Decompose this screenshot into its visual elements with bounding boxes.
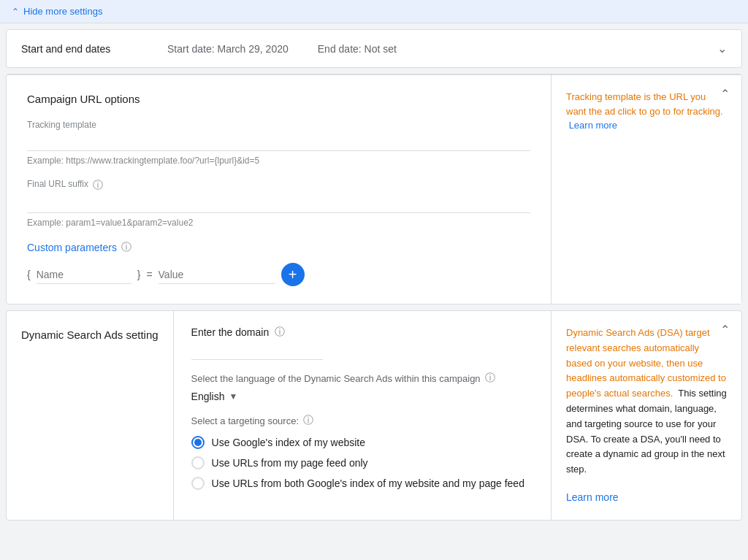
dsa-domain-row: Enter the domain ⓘ [191,326,533,339]
url-sidebar-text: Tracking template is the URL you want th… [566,91,723,131]
dsa-sidebar-text2: This setting determines what domain, lan… [566,388,727,475]
tracking-template-label: Tracking template [27,120,530,130]
dsa-lang-select[interactable]: English ▼ [191,391,533,402]
radio-btn-0[interactable] [191,436,205,449]
dsa-section: Dynamic Search Ads setting Enter the dom… [6,310,742,521]
close-brace: } [137,269,141,280]
dsa-lang-label: Select the language of the Dynamic Searc… [191,372,533,385]
add-param-button[interactable]: + [281,263,305,286]
open-brace: { [27,269,31,280]
dates-info: Start date: March 29, 2020 End date: Not… [167,43,688,55]
dates-section: Start and end dates Start date: March 29… [6,29,742,68]
radio-label-1: Use URLs from my page feed only [212,457,368,469]
radio-label-0: Use Google's index of my website [212,437,365,448]
final-url-suffix-label: Final URL suffix [27,179,88,189]
dsa-lang-help-icon[interactable]: ⓘ [485,372,495,385]
radio-option-0[interactable]: Use Google's index of my website [191,436,533,449]
radio-btn-2[interactable] [191,477,205,490]
custom-params-help-icon[interactable]: ⓘ [121,241,131,254]
custom-params-label: Custom parameters ⓘ [27,241,530,254]
custom-params-row: { } = + [27,263,530,286]
targeting-source-help-icon[interactable]: ⓘ [303,414,313,427]
dates-collapse-icon[interactable]: ⌄ [717,42,727,55]
tracking-template-example: Example: https://www.trackingtemplate.fo… [27,156,530,166]
campaign-url-content: Campaign URL options Tracking template E… [7,74,741,304]
param-value-input[interactable] [159,266,275,284]
radio-option-1[interactable]: Use URLs from my page feed only [191,456,533,469]
dsa-content: Dynamic Search Ads setting Enter the dom… [7,311,741,520]
tracking-template-input[interactable] [27,133,530,151]
radio-inner-0 [194,439,202,446]
dsa-domain-input[interactable] [191,342,323,360]
dsa-sidebar-text1: Dynamic Search Ads (DSA) target relevant… [566,326,727,477]
radio-option-2[interactable]: Use URLs from both Google's index of my … [191,477,533,490]
hide-settings-link[interactable]: Hide more settings [23,6,102,17]
final-url-suffix-example: Example: param1=value1&param2=value2 [27,218,530,228]
chevron-up-icon: ⌃ [12,7,19,17]
final-url-help-icon[interactable]: ⓘ [93,179,103,192]
radio-label-2: Use URLs from both Google's index of my … [212,477,524,489]
campaign-url-section: Campaign URL options Tracking template E… [6,74,742,304]
targeting-source-label: Select a targeting source: ⓘ [191,414,533,427]
final-url-suffix-input[interactable] [27,195,530,213]
dsa-section-title: Dynamic Search Ads setting [21,329,159,341]
radio-btn-1[interactable] [191,456,205,469]
start-date-display: Start date: March 29, 2020 [167,43,289,55]
url-section-collapse-button[interactable]: ⌃ [720,87,730,101]
dsa-label-col: Dynamic Search Ads setting [7,311,174,520]
end-date-display: End date: Not set [318,43,397,55]
campaign-url-main: Campaign URL options Tracking template E… [7,75,552,304]
param-name-input[interactable] [37,266,131,284]
url-sidebar-learn-more-link[interactable]: Learn more [569,120,617,131]
dsa-main: Enter the domain ⓘ Select the language o… [174,311,552,520]
dsa-sidebar-learn-more-link[interactable]: Learn more [566,489,727,505]
final-url-suffix-row: Final URL suffix ⓘ [27,179,530,192]
param-equals: = [146,269,152,280]
campaign-url-sidebar: ⌃ Tracking template is the URL you want … [552,75,741,304]
dsa-domain-help-icon[interactable]: ⓘ [275,326,285,339]
dsa-lang-value: English [191,391,225,402]
dates-section-label: Start and end dates [21,43,138,55]
hide-settings-bar[interactable]: ⌃ Hide more settings [0,0,748,23]
dates-row: Start and end dates Start date: March 29… [7,30,741,67]
campaign-url-title: Campaign URL options [27,93,530,105]
dsa-domain-label: Enter the domain [191,326,270,338]
dsa-sidebar-collapse-button[interactable]: ⌃ [720,323,730,337]
dsa-lang-dropdown-arrow: ▼ [229,391,238,402]
dsa-sidebar: ⌃ Dynamic Search Ads (DSA) target releva… [552,311,741,520]
